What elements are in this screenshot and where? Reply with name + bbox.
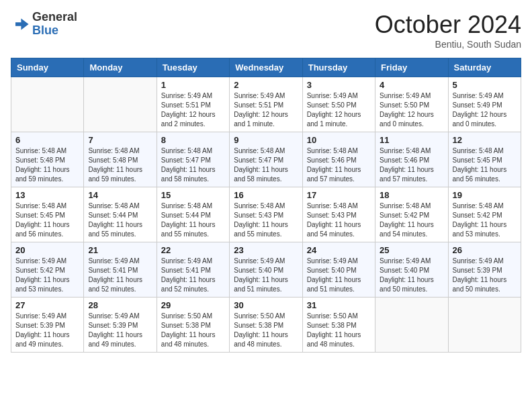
day-info: Sunrise: 5:48 AM Sunset: 5:42 PM Dayligh… bbox=[453, 201, 517, 239]
calendar-cell: 15Sunrise: 5:48 AM Sunset: 5:44 PM Dayli… bbox=[157, 187, 229, 242]
calendar-cell: 1Sunrise: 5:49 AM Sunset: 5:51 PM Daylig… bbox=[157, 77, 229, 132]
day-info: Sunrise: 5:49 AM Sunset: 5:49 PM Dayligh… bbox=[453, 91, 517, 129]
calendar-header-monday: Monday bbox=[84, 58, 157, 77]
day-info: Sunrise: 5:48 AM Sunset: 5:48 PM Dayligh… bbox=[88, 146, 152, 184]
day-number: 12 bbox=[453, 135, 517, 145]
calendar-cell: 27Sunrise: 5:49 AM Sunset: 5:39 PM Dayli… bbox=[11, 298, 84, 353]
day-number: 11 bbox=[380, 135, 443, 145]
day-info: Sunrise: 5:49 AM Sunset: 5:42 PM Dayligh… bbox=[15, 257, 79, 294]
calendar-cell bbox=[11, 77, 84, 132]
calendar-cell: 23Sunrise: 5:49 AM Sunset: 5:40 PM Dayli… bbox=[230, 242, 302, 298]
day-number: 2 bbox=[234, 80, 298, 90]
day-info: Sunrise: 5:48 AM Sunset: 5:43 PM Dayligh… bbox=[234, 201, 298, 239]
month-title: October 2024 bbox=[375, 11, 521, 39]
calendar-cell: 19Sunrise: 5:48 AM Sunset: 5:42 PM Dayli… bbox=[448, 187, 521, 242]
page-header: General Blue October 2024 Bentiu, South … bbox=[11, 11, 521, 50]
calendar-cell: 8Sunrise: 5:48 AM Sunset: 5:47 PM Daylig… bbox=[157, 132, 229, 187]
day-info: Sunrise: 5:49 AM Sunset: 5:40 PM Dayligh… bbox=[380, 257, 443, 294]
day-number: 28 bbox=[88, 300, 152, 310]
svg-marker-0 bbox=[15, 18, 29, 30]
calendar-cell: 20Sunrise: 5:49 AM Sunset: 5:42 PM Dayli… bbox=[11, 242, 84, 298]
day-number: 15 bbox=[161, 190, 225, 200]
calendar-cell bbox=[448, 298, 521, 353]
calendar-header-friday: Friday bbox=[375, 58, 448, 77]
day-number: 19 bbox=[453, 190, 517, 200]
day-info: Sunrise: 5:49 AM Sunset: 5:51 PM Dayligh… bbox=[161, 91, 225, 129]
day-info: Sunrise: 5:48 AM Sunset: 5:42 PM Dayligh… bbox=[380, 201, 443, 239]
day-info: Sunrise: 5:49 AM Sunset: 5:50 PM Dayligh… bbox=[307, 91, 371, 129]
day-info: Sunrise: 5:48 AM Sunset: 5:47 PM Dayligh… bbox=[161, 146, 225, 184]
day-info: Sunrise: 5:49 AM Sunset: 5:41 PM Dayligh… bbox=[161, 257, 225, 294]
calendar-cell: 17Sunrise: 5:48 AM Sunset: 5:43 PM Dayli… bbox=[302, 187, 375, 242]
day-number: 24 bbox=[307, 245, 371, 255]
calendar-cell bbox=[84, 77, 157, 132]
day-info: Sunrise: 5:48 AM Sunset: 5:48 PM Dayligh… bbox=[15, 146, 79, 184]
day-number: 6 bbox=[15, 135, 79, 145]
day-number: 16 bbox=[234, 190, 298, 200]
logo-icon bbox=[11, 15, 30, 34]
calendar-cell: 12Sunrise: 5:48 AM Sunset: 5:45 PM Dayli… bbox=[448, 132, 521, 187]
day-info: Sunrise: 5:50 AM Sunset: 5:38 PM Dayligh… bbox=[234, 312, 298, 349]
calendar-cell: 7Sunrise: 5:48 AM Sunset: 5:48 PM Daylig… bbox=[84, 132, 157, 187]
day-number: 14 bbox=[88, 190, 152, 200]
calendar-cell bbox=[375, 298, 448, 353]
calendar-cell: 26Sunrise: 5:49 AM Sunset: 5:39 PM Dayli… bbox=[448, 242, 521, 298]
calendar-table: SundayMondayTuesdayWednesdayThursdayFrid… bbox=[11, 58, 521, 353]
day-info: Sunrise: 5:48 AM Sunset: 5:45 PM Dayligh… bbox=[453, 146, 517, 184]
day-info: Sunrise: 5:49 AM Sunset: 5:40 PM Dayligh… bbox=[234, 257, 298, 294]
calendar-cell: 3Sunrise: 5:49 AM Sunset: 5:50 PM Daylig… bbox=[302, 77, 375, 132]
calendar-cell: 29Sunrise: 5:50 AM Sunset: 5:38 PM Dayli… bbox=[157, 298, 229, 353]
day-number: 21 bbox=[88, 245, 152, 255]
calendar-cell: 24Sunrise: 5:49 AM Sunset: 5:40 PM Dayli… bbox=[302, 242, 375, 298]
day-number: 13 bbox=[15, 190, 79, 200]
calendar-cell: 13Sunrise: 5:48 AM Sunset: 5:45 PM Dayli… bbox=[11, 187, 84, 242]
day-number: 22 bbox=[161, 245, 225, 255]
day-number: 18 bbox=[380, 190, 443, 200]
location-subtitle: Bentiu, South Sudan bbox=[375, 39, 521, 50]
calendar-cell: 9Sunrise: 5:48 AM Sunset: 5:47 PM Daylig… bbox=[230, 132, 302, 187]
calendar-week-row: 20Sunrise: 5:49 AM Sunset: 5:42 PM Dayli… bbox=[11, 242, 521, 298]
day-info: Sunrise: 5:48 AM Sunset: 5:45 PM Dayligh… bbox=[15, 201, 79, 239]
day-number: 10 bbox=[307, 135, 371, 145]
calendar-cell: 4Sunrise: 5:49 AM Sunset: 5:50 PM Daylig… bbox=[375, 77, 448, 132]
calendar-cell: 10Sunrise: 5:48 AM Sunset: 5:46 PM Dayli… bbox=[302, 132, 375, 187]
calendar-cell: 16Sunrise: 5:48 AM Sunset: 5:43 PM Dayli… bbox=[230, 187, 302, 242]
logo: General Blue bbox=[11, 11, 77, 38]
calendar-cell: 11Sunrise: 5:48 AM Sunset: 5:46 PM Dayli… bbox=[375, 132, 448, 187]
day-number: 3 bbox=[307, 80, 371, 90]
day-info: Sunrise: 5:50 AM Sunset: 5:38 PM Dayligh… bbox=[161, 312, 225, 349]
calendar-week-row: 13Sunrise: 5:48 AM Sunset: 5:45 PM Dayli… bbox=[11, 187, 521, 242]
day-info: Sunrise: 5:49 AM Sunset: 5:41 PM Dayligh… bbox=[88, 257, 152, 294]
day-info: Sunrise: 5:49 AM Sunset: 5:40 PM Dayligh… bbox=[307, 257, 371, 294]
calendar-week-row: 27Sunrise: 5:49 AM Sunset: 5:39 PM Dayli… bbox=[11, 298, 521, 353]
day-info: Sunrise: 5:48 AM Sunset: 5:44 PM Dayligh… bbox=[88, 201, 152, 239]
day-number: 30 bbox=[234, 300, 298, 310]
day-number: 5 bbox=[453, 80, 517, 90]
day-number: 29 bbox=[161, 300, 225, 310]
day-info: Sunrise: 5:48 AM Sunset: 5:43 PM Dayligh… bbox=[307, 201, 371, 239]
logo-blue-text: Blue bbox=[32, 24, 58, 37]
calendar-header-row: SundayMondayTuesdayWednesdayThursdayFrid… bbox=[11, 58, 521, 77]
calendar-cell: 30Sunrise: 5:50 AM Sunset: 5:38 PM Dayli… bbox=[230, 298, 302, 353]
day-info: Sunrise: 5:49 AM Sunset: 5:39 PM Dayligh… bbox=[453, 257, 517, 294]
calendar-cell: 2Sunrise: 5:49 AM Sunset: 5:51 PM Daylig… bbox=[230, 77, 302, 132]
calendar-cell: 21Sunrise: 5:49 AM Sunset: 5:41 PM Dayli… bbox=[84, 242, 157, 298]
day-number: 25 bbox=[380, 245, 443, 255]
day-info: Sunrise: 5:50 AM Sunset: 5:38 PM Dayligh… bbox=[307, 312, 371, 349]
day-number: 9 bbox=[234, 135, 298, 145]
day-number: 8 bbox=[161, 135, 225, 145]
calendar-cell: 6Sunrise: 5:48 AM Sunset: 5:48 PM Daylig… bbox=[11, 132, 84, 187]
day-info: Sunrise: 5:48 AM Sunset: 5:46 PM Dayligh… bbox=[380, 146, 443, 184]
day-info: Sunrise: 5:48 AM Sunset: 5:47 PM Dayligh… bbox=[234, 146, 298, 184]
day-number: 23 bbox=[234, 245, 298, 255]
day-number: 7 bbox=[88, 135, 152, 145]
calendar-cell: 25Sunrise: 5:49 AM Sunset: 5:40 PM Dayli… bbox=[375, 242, 448, 298]
calendar-header-sunday: Sunday bbox=[11, 58, 84, 77]
day-info: Sunrise: 5:49 AM Sunset: 5:39 PM Dayligh… bbox=[88, 312, 152, 349]
calendar-cell: 14Sunrise: 5:48 AM Sunset: 5:44 PM Dayli… bbox=[84, 187, 157, 242]
title-block: October 2024 Bentiu, South Sudan bbox=[375, 11, 521, 50]
day-number: 4 bbox=[380, 80, 443, 90]
calendar-cell: 28Sunrise: 5:49 AM Sunset: 5:39 PM Dayli… bbox=[84, 298, 157, 353]
day-info: Sunrise: 5:49 AM Sunset: 5:51 PM Dayligh… bbox=[234, 91, 298, 129]
day-number: 1 bbox=[161, 80, 225, 90]
